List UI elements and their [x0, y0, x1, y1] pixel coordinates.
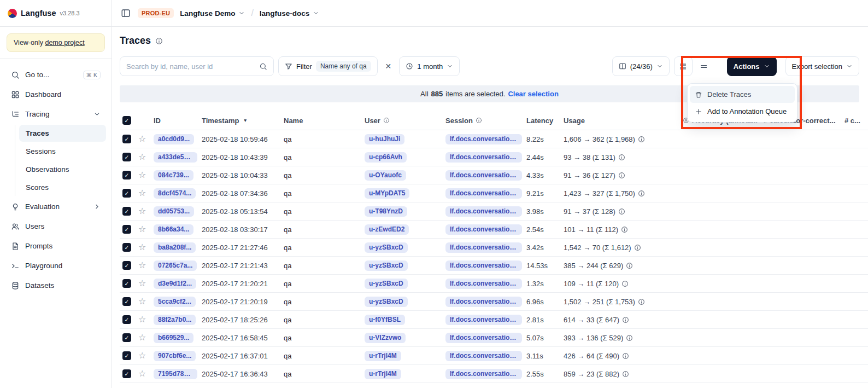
user-badge[interactable]: u-yzSBxcD [365, 242, 408, 253]
row-checkbox[interactable]: ✓ [122, 261, 131, 270]
session-badge[interactable]: lf.docs.conversation... [445, 279, 522, 289]
row-checkbox[interactable]: ✓ [122, 207, 131, 216]
trace-id-badge[interactable]: dd05753... [154, 206, 194, 217]
sidebar-item-sessions[interactable]: Sessions [19, 143, 106, 160]
trace-id-badge[interactable]: 88f2a7b0... [154, 315, 196, 325]
session-badge[interactable]: lf.docs.conversation... [445, 369, 522, 379]
select-all-checkbox[interactable]: ✓ [122, 116, 131, 125]
session-badge[interactable]: lf.docs.conversation... [445, 134, 522, 144]
column-header-usage[interactable]: Usage [564, 117, 683, 125]
table-row[interactable]: ✓ ☆ ba8a208f... 2025-02-17 21:27:46 qa u… [120, 239, 868, 257]
row-checkbox[interactable]: ✓ [122, 189, 131, 198]
row-checkbox[interactable]: ✓ [122, 279, 131, 288]
bookmark-star-icon[interactable]: ☆ [138, 315, 146, 324]
row-checkbox[interactable]: ✓ [122, 153, 131, 161]
info-icon[interactable] [638, 136, 645, 143]
column-header-name[interactable]: Name [284, 117, 365, 125]
bookmark-star-icon[interactable]: ☆ [138, 207, 146, 216]
session-badge[interactable]: lf.docs.conversation... [445, 297, 522, 307]
session-badge[interactable]: lf.docs.conversation... [445, 333, 522, 343]
trace-id-badge[interactable]: a433de51... [154, 152, 197, 163]
time-range-button[interactable]: 1 month [399, 56, 460, 76]
trace-id-badge[interactable]: 7195d78e... [154, 369, 197, 379]
sidebar-toggle-button[interactable] [120, 7, 132, 19]
table-row[interactable]: ✓ ☆ a433de51... 2025-02-18 10:43:39 qa u… [120, 148, 868, 166]
user-badge[interactable]: u-MYpDAT5 [365, 188, 409, 199]
columns-button[interactable]: (24/36) [612, 56, 670, 76]
table-row[interactable]: ✓ ☆ 07265c7a... 2025-02-17 21:21:43 qa u… [120, 257, 868, 275]
table-row[interactable]: ✓ ☆ 907cbf6e... 2025-02-17 16:37:01 qa u… [120, 347, 868, 365]
clear-filter-button[interactable]: ✕ [382, 62, 395, 71]
info-icon[interactable] [622, 370, 629, 378]
info-icon[interactable] [621, 280, 629, 287]
user-badge[interactable]: u-f0YfBSL [365, 315, 405, 325]
sidebar-item-users[interactable]: Users [5, 217, 106, 235]
sidebar-item-tracing[interactable]: Tracing [5, 105, 106, 123]
session-badge[interactable]: lf.docs.conversation... [445, 206, 522, 217]
row-checkbox[interactable]: ✓ [122, 351, 131, 360]
sidebar-item-observations[interactable]: Observations [19, 161, 106, 178]
trace-id-badge[interactable]: 8b66a34... [154, 224, 193, 235]
session-badge[interactable]: lf.docs.conversation... [445, 260, 522, 271]
row-checkbox[interactable]: ✓ [122, 171, 131, 179]
sidebar-item-scores[interactable]: Scores [19, 179, 106, 196]
info-icon[interactable] [638, 298, 645, 305]
user-badge[interactable]: u-yzSBxcD [365, 279, 408, 289]
search-input[interactable] [126, 62, 255, 71]
breadcrumb-org[interactable]: Langfuse Demo [180, 9, 245, 18]
session-badge[interactable]: lf.docs.conversation... [445, 224, 522, 235]
user-badge[interactable]: u-zEwdED2 [365, 224, 409, 235]
session-badge[interactable]: lf.docs.conversation... [445, 188, 522, 199]
goto-search[interactable]: Go to... ⌘ K [5, 66, 106, 84]
sidebar-item-prompts[interactable]: Prompts [5, 237, 106, 255]
trace-id-badge[interactable]: b669529... [154, 333, 193, 343]
column-header-user[interactable]: User [365, 117, 445, 125]
info-icon[interactable] [638, 190, 645, 197]
info-icon[interactable] [618, 208, 625, 215]
bookmark-star-icon[interactable]: ☆ [138, 189, 146, 198]
table-row[interactable]: ✓ ☆ 8dcf4574... 2025-02-18 07:34:36 qa u… [120, 184, 868, 202]
clear-selection-link[interactable]: Clear selection [508, 90, 559, 98]
column-header-latency[interactable]: Latency [526, 117, 564, 125]
bookmark-star-icon[interactable]: ☆ [138, 243, 146, 252]
row-checkbox[interactable]: ✓ [122, 297, 131, 306]
sidebar-item-playground[interactable]: Playground [5, 257, 106, 275]
user-badge[interactable]: u-VIZzvwo [365, 333, 406, 343]
row-checkbox[interactable]: ✓ [122, 243, 131, 252]
trace-id-badge[interactable]: 8dcf4574... [154, 188, 196, 199]
table-row[interactable]: ✓ ☆ a0cd0d9... 2025-02-18 10:59:46 qa u-… [120, 130, 868, 148]
user-badge[interactable]: u-yzSBxcD [365, 260, 408, 271]
menu-item-delete-traces[interactable]: Delete Traces [690, 86, 795, 103]
table-row[interactable]: ✓ ☆ b669529... 2025-02-17 16:58:45 qa u-… [120, 329, 868, 347]
row-height-tall-button[interactable] [674, 56, 693, 76]
info-icon[interactable] [621, 226, 628, 233]
trace-id-badge[interactable]: 084c739... [154, 170, 193, 181]
trace-id-badge[interactable]: 07265c7a... [154, 260, 197, 271]
user-badge[interactable]: u-rTrjl4M [365, 351, 401, 361]
session-badge[interactable]: lf.docs.conversation... [445, 242, 522, 253]
actions-button[interactable]: Actions [727, 56, 777, 76]
session-badge[interactable]: lf.docs.conversation... [445, 315, 522, 325]
row-checkbox[interactable]: ✓ [122, 135, 131, 143]
trace-id-badge[interactable]: ba8a208f... [154, 242, 196, 253]
table-row[interactable]: ✓ ☆ 88f2a7b0... 2025-02-17 18:25:26 qa u… [120, 311, 868, 329]
trace-id-badge[interactable]: a0cd0d9... [154, 134, 194, 144]
filter-chip[interactable]: Name any of qa [316, 61, 371, 72]
row-checkbox[interactable]: ✓ [122, 333, 131, 342]
bookmark-star-icon[interactable]: ☆ [138, 261, 146, 270]
row-checkbox[interactable]: ✓ [122, 369, 131, 378]
row-checkbox[interactable]: ✓ [122, 225, 131, 234]
session-badge[interactable]: lf.docs.conversation... [445, 351, 522, 361]
search-icon[interactable] [259, 62, 267, 71]
column-header-id[interactable]: ID [154, 117, 202, 125]
breadcrumb-project[interactable]: langfuse-docs [260, 9, 320, 18]
user-badge[interactable]: u-cp66Avh [365, 152, 407, 163]
info-icon[interactable] [618, 172, 625, 179]
trace-id-badge[interactable]: d3e9d1f2... [154, 279, 196, 289]
bookmark-star-icon[interactable]: ☆ [138, 351, 146, 360]
demo-project-link[interactable]: demo project [45, 39, 84, 47]
sidebar-item-datasets[interactable]: Datasets [5, 276, 106, 294]
bookmark-star-icon[interactable]: ☆ [138, 225, 146, 234]
table-row[interactable]: ✓ ☆ dd05753... 2025-02-18 05:13:54 qa u-… [120, 202, 868, 221]
sidebar-item-evaluation[interactable]: Evaluation [5, 198, 106, 216]
